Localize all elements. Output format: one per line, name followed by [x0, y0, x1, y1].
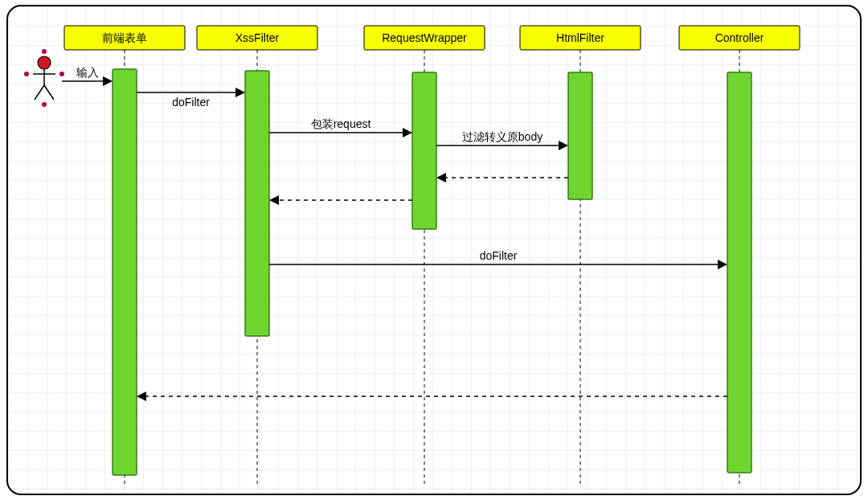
participant-label-p5: Controller — [715, 31, 764, 44]
svg-point-7 — [42, 102, 47, 107]
svg-marker-19 — [269, 195, 279, 205]
activation-p2 — [245, 71, 269, 336]
svg-point-6 — [42, 49, 47, 54]
sequence-svg: 前端表单XssFilterRequestWrapperHtmlFilterCon… — [8, 6, 860, 494]
svg-marker-11 — [235, 88, 245, 97]
svg-marker-15 — [559, 141, 568, 150]
message-m2: doFilter — [172, 96, 210, 109]
message-m1: 输入 — [76, 66, 99, 79]
participant-label-p2: XssFilter — [235, 31, 280, 44]
sequence-panel: 前端表单XssFilterRequestWrapperHtmlFilterCon… — [6, 5, 862, 495]
svg-marker-13 — [403, 128, 412, 137]
participant-label-p4: HtmlFilter — [556, 31, 604, 44]
svg-point-5 — [59, 72, 64, 76]
activation-p5 — [727, 72, 751, 473]
svg-marker-9 — [103, 76, 113, 86]
participant-label-p3: RequestWrapper — [382, 31, 467, 44]
actor-head-icon — [38, 56, 51, 69]
message-m3: 包装request — [311, 117, 371, 130]
svg-marker-23 — [137, 391, 146, 401]
activation-p1 — [113, 69, 137, 475]
message-m5: doFilter — [480, 249, 518, 262]
diagram-canvas: 前端表单XssFilterRequestWrapperHtmlFilterCon… — [0, 0, 868, 500]
svg-line-2 — [35, 85, 44, 100]
participant-label-p1: 前端表单 — [102, 31, 147, 44]
svg-line-3 — [44, 85, 54, 100]
activation-p4 — [568, 72, 592, 199]
activation-p3 — [412, 72, 436, 229]
svg-point-4 — [24, 72, 29, 76]
message-m4: 过滤转义原body — [462, 130, 542, 143]
svg-marker-21 — [718, 260, 727, 269]
svg-marker-17 — [436, 173, 446, 182]
